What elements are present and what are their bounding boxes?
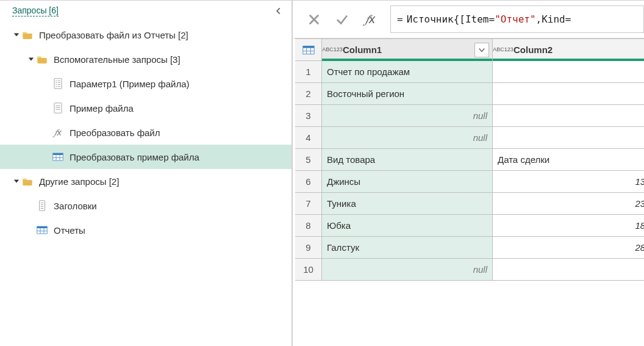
data-cell[interactable]: null <box>322 105 493 127</box>
tree-item-4[interactable]: 𝑓xПреобразовать файл <box>0 120 292 145</box>
row-header[interactable]: 3 <box>295 105 322 127</box>
data-cell[interactable]: 23.10 <box>493 193 644 215</box>
formula-k2: Kind <box>542 13 565 25</box>
column-filter-button[interactable] <box>474 43 489 57</box>
row-header[interactable]: 9 <box>295 237 322 259</box>
column-header-label: Column1 <box>343 45 382 55</box>
folder-icon <box>21 31 34 39</box>
column-header-label: Column2 <box>513 45 553 55</box>
svg-rect-24 <box>37 226 48 228</box>
tree-item-label: Отчеты <box>54 225 85 236</box>
tree-item-3[interactable]: Пример файла <box>0 96 292 120</box>
list-icon <box>35 200 49 211</box>
parameter-icon <box>51 78 65 89</box>
datatype-any-icon[interactable]: ABC123 <box>496 43 510 57</box>
data-cell[interactable]: Дата сделки <box>493 149 644 171</box>
column-quality-bar <box>322 59 492 61</box>
data-cell[interactable]: null <box>322 259 493 281</box>
check-icon <box>335 13 349 26</box>
commit-button[interactable] <box>328 5 356 33</box>
chevron-left-icon <box>274 7 283 15</box>
data-cell[interactable]: Восточный регион <box>322 83 493 105</box>
tree-item-5[interactable]: Преобразовать пример файла <box>0 145 292 169</box>
tree-item-label: Преобразовать пример файла <box>70 152 199 162</box>
discard-button[interactable] <box>300 5 328 33</box>
data-cell[interactable]: Отчет по продажам <box>322 61 493 83</box>
data-cell[interactable]: Юбка <box>322 215 493 237</box>
data-cell[interactable]: 13.11 <box>493 171 644 193</box>
formula-v1: "Отчет" <box>495 13 535 25</box>
column-header-1[interactable]: ABC123Column2 <box>493 39 644 61</box>
data-cell[interactable] <box>493 127 644 149</box>
data-cell[interactable]: Вид товара <box>322 149 493 171</box>
queries-sidebar: Запросы [6] Преобразовать файл из Отчеты… <box>0 1 293 346</box>
svg-rect-9 <box>54 103 62 114</box>
function-icon: 𝑓x <box>51 127 65 138</box>
queries-tree: Преобразовать файл из Отчеты [2]Вспомога… <box>0 19 292 248</box>
row-header[interactable]: 4 <box>295 127 322 149</box>
expand-caret-icon[interactable] <box>12 32 21 38</box>
data-cell[interactable] <box>493 259 644 281</box>
tree-item-label: Преобразовать файл <box>70 128 160 138</box>
null-value: null <box>473 110 487 121</box>
row-header[interactable]: 8 <box>295 215 322 237</box>
svg-rect-14 <box>53 153 63 155</box>
tree-item-label: Преобразовать файл из Отчеты [2] <box>39 30 188 40</box>
tree-item-0[interactable]: Преобразовать файл из Отчеты [2] <box>0 23 292 47</box>
tree-item-label: Другие запросы [2] <box>39 176 119 187</box>
data-cell[interactable]: Джинсы <box>322 171 493 193</box>
tree-item-2[interactable]: Параметр1 (Пример файла) <box>0 71 292 96</box>
row-header[interactable]: 2 <box>295 83 322 105</box>
sidebar-header: Запросы [6] <box>0 1 292 19</box>
fx-button[interactable]: 𝑓x <box>356 5 384 33</box>
column-quality-bar <box>493 59 644 61</box>
select-all-corner[interactable] <box>295 39 322 61</box>
svg-rect-29 <box>302 46 313 48</box>
folder-icon <box>21 177 34 186</box>
null-value: null <box>473 132 487 143</box>
document-icon <box>51 103 65 114</box>
formula-tail: = <box>565 13 571 25</box>
table-icon <box>51 153 65 161</box>
folder-icon <box>35 55 49 63</box>
tree-item-label: Заголовки <box>54 201 97 211</box>
data-cell[interactable]: 28.04 <box>493 237 644 259</box>
row-header[interactable]: 6 <box>295 171 322 193</box>
data-cell[interactable] <box>493 83 644 105</box>
data-cell[interactable] <box>493 105 644 127</box>
tree-item-6[interactable]: Другие запросы [2] <box>0 169 292 193</box>
main-area: 𝑓x = Источник {[ Item = "Отчет" , Kind =… <box>293 1 644 346</box>
formula-input[interactable]: = Источник {[ Item = "Отчет" , Kind = <box>390 5 644 33</box>
tree-item-1[interactable]: Вспомогательные запросы [3] <box>0 47 292 71</box>
svg-rect-0 <box>54 79 62 89</box>
row-header[interactable]: 5 <box>295 149 322 171</box>
null-value: null <box>473 264 487 275</box>
formula-sep: , <box>536 13 542 25</box>
formula-k1: Item <box>465 13 489 25</box>
table-icon <box>35 226 49 234</box>
tree-item-label: Параметр1 (Пример файла) <box>70 79 190 89</box>
app-root: Запросы [6] Преобразовать файл из Отчеты… <box>0 0 644 346</box>
tree-item-8[interactable]: Отчеты <box>0 218 292 242</box>
datatype-any-icon[interactable]: ABC123 <box>326 43 339 57</box>
tree-item-label: Пример файла <box>70 103 134 114</box>
row-header[interactable]: 10 <box>295 259 322 281</box>
formula-assign1: = <box>489 13 495 25</box>
data-cell[interactable]: null <box>322 127 493 149</box>
data-cell[interactable]: 18.10 <box>493 215 644 237</box>
tree-item-7[interactable]: Заголовки <box>0 193 292 218</box>
data-cell[interactable]: Галстук <box>322 237 493 259</box>
data-cell[interactable] <box>493 61 644 83</box>
data-cell[interactable]: Туника <box>322 193 493 215</box>
expand-caret-icon[interactable] <box>12 178 21 184</box>
row-header[interactable]: 1 <box>295 61 322 83</box>
data-grid: ABC123Column1ABC123Column21Отчет по прод… <box>295 38 644 281</box>
column-header-0[interactable]: ABC123Column1 <box>322 39 493 61</box>
sidebar-title[interactable]: Запросы [6] <box>12 5 59 16</box>
row-header[interactable]: 7 <box>295 193 322 215</box>
expand-caret-icon[interactable] <box>27 56 35 62</box>
sidebar-collapse-button[interactable] <box>272 4 285 18</box>
formula-fn: Источник <box>407 13 454 25</box>
x-icon <box>307 13 321 26</box>
formula-eq: = <box>397 13 403 25</box>
